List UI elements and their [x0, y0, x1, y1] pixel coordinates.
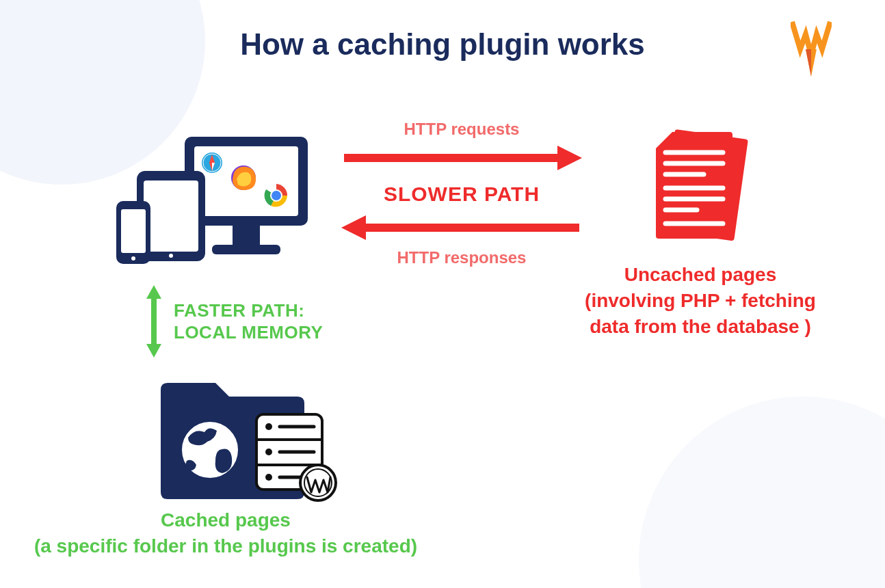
- uncached-heading: Uncached pages: [577, 262, 823, 288]
- svg-point-9: [131, 256, 135, 260]
- uncached-subtext: (involving PHP + fetching data from the …: [577, 288, 823, 340]
- double-arrow-vertical-icon: [144, 284, 164, 359]
- faster-path-block: FASTER PATH: LOCAL MEMORY: [144, 284, 323, 359]
- uncached-block: Uncached pages (involving PHP + fetching…: [577, 120, 823, 339]
- svg-point-40: [265, 423, 272, 430]
- flow-middle: HTTP requests SLOWER PATH HTTP responses: [332, 120, 592, 267]
- svg-rect-2: [233, 226, 260, 245]
- svg-point-42: [265, 449, 272, 455]
- cached-subtext: (a specific folder in the plugins is cre…: [14, 533, 438, 559]
- svg-point-44: [265, 474, 272, 481]
- svg-point-46: [300, 465, 336, 500]
- svg-marker-34: [146, 344, 161, 358]
- page-title: How a caching plugin works: [0, 27, 885, 62]
- devices-cluster-icon: [109, 130, 315, 283]
- svg-rect-3: [212, 245, 280, 254]
- slower-path-label: SLOWER PATH: [332, 183, 592, 206]
- cached-text: Cached pages (a specific folder in the p…: [14, 507, 438, 559]
- svg-rect-8: [121, 209, 146, 253]
- svg-marker-21: [341, 215, 366, 240]
- uncached-text: Uncached pages (involving PHP + fetching…: [577, 262, 823, 339]
- svg-rect-5: [144, 181, 198, 252]
- faster-path-line2: LOCAL MEMORY: [174, 321, 323, 344]
- http-responses-label: HTTP responses: [332, 248, 592, 267]
- background-blob-bottom: [639, 397, 885, 588]
- arrow-left-icon: [339, 213, 585, 243]
- wordpress-icon: [300, 465, 336, 500]
- cached-folder-icon: [154, 362, 345, 509]
- faster-path-text: FASTER PATH: LOCAL MEMORY: [174, 299, 323, 344]
- svg-point-6: [169, 254, 173, 258]
- documents-icon: [635, 120, 765, 250]
- http-requests-label: HTTP requests: [332, 120, 592, 139]
- wp-rocket-logo-icon: [791, 19, 832, 83]
- faster-path-line1: FASTER PATH:: [174, 299, 323, 322]
- svg-marker-33: [146, 285, 161, 299]
- cached-heading: Cached pages: [14, 507, 438, 533]
- arrow-right-icon: [339, 143, 585, 173]
